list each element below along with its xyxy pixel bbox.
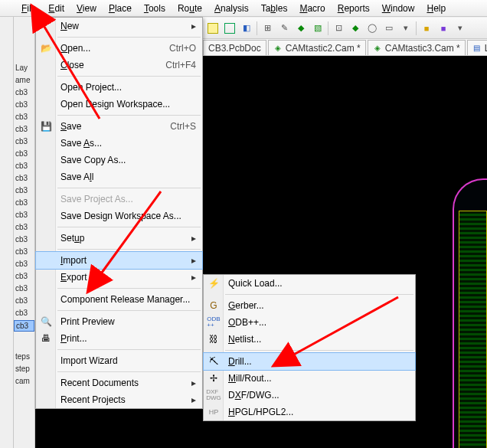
menu-netlist[interactable]: ⛓ Netlist... bbox=[204, 331, 415, 348]
menu-print-preview[interactable]: 🔍 Print Preview bbox=[36, 313, 202, 330]
left-gutter bbox=[0, 17, 14, 448]
menu-help[interactable]: Help bbox=[420, 2, 452, 15]
list-item[interactable]: cb3 bbox=[14, 234, 34, 244]
menu-new[interactable]: New▸ bbox=[36, 18, 202, 34]
menu-save-all[interactable]: Save All bbox=[36, 168, 202, 185]
list-item[interactable]: cb3 bbox=[14, 173, 34, 183]
open-folder-icon: 📂 bbox=[39, 41, 53, 55]
shortcut: Ctrl+F4 bbox=[165, 60, 196, 70]
list-item[interactable]: cb3 bbox=[14, 149, 34, 159]
menu-save-as[interactable]: Save As... bbox=[36, 135, 202, 152]
menu-tools[interactable]: Tools bbox=[138, 2, 172, 15]
list-item[interactable]: teps bbox=[14, 352, 34, 361]
menu-hpgl[interactable]: HP HPGL/HPGL2... bbox=[204, 404, 415, 420]
toolbar-icon[interactable]: ◧ bbox=[240, 21, 253, 35]
print-preview-icon: 🔍 bbox=[39, 315, 53, 329]
menu-open-project[interactable]: Open Project... bbox=[36, 79, 202, 96]
tab-cam2[interactable]: ◈ CAMtastic2.Cam * bbox=[268, 40, 366, 55]
list-item[interactable]: cb3 bbox=[14, 259, 34, 269]
toolbar-icon[interactable]: ⊡ bbox=[332, 21, 345, 35]
toolbar-icon[interactable]: ◯ bbox=[365, 21, 379, 35]
list-item-selected[interactable]: cb3 bbox=[14, 320, 34, 332]
list-item[interactable]: cb3 bbox=[14, 161, 34, 171]
menu-window[interactable]: Window bbox=[376, 2, 421, 15]
menu-recent-documents[interactable]: Recent Documents▸ bbox=[36, 374, 202, 391]
toolbar-icon[interactable]: ■ bbox=[420, 21, 433, 35]
menu-save-project-as: Save Project As... bbox=[36, 191, 202, 208]
menu-save[interactable]: 💾 Save Ctrl+S bbox=[36, 118, 202, 135]
list-item[interactable]: cb3 bbox=[14, 247, 34, 257]
menu-import[interactable]: Import▸ bbox=[36, 252, 202, 269]
menu-drill[interactable]: ⛏ Drill... bbox=[204, 353, 415, 370]
toolbar-icon[interactable]: ▭ bbox=[382, 21, 396, 35]
toolbar-icon[interactable]: ■ bbox=[436, 21, 450, 35]
list-item[interactable]: cb3 bbox=[14, 271, 34, 281]
menu-millrout[interactable]: ✢ Mill/Rout... bbox=[204, 370, 415, 387]
doc-icon: ▤ bbox=[472, 44, 482, 53]
shortcut: Ctrl+O bbox=[169, 43, 196, 54]
list-item[interactable]: Lay bbox=[14, 63, 34, 73]
list-item[interactable]: cam bbox=[14, 376, 34, 386]
submenu-arrow-icon: ▸ bbox=[191, 272, 196, 283]
menu-macro[interactable]: Macro bbox=[293, 2, 331, 15]
menu-analysis[interactable]: Analysis bbox=[208, 2, 255, 15]
list-item[interactable]: cb3 bbox=[14, 124, 34, 134]
menu-import-wizard[interactable]: Import Wizard bbox=[36, 352, 202, 369]
menu-print[interactable]: 🖶 Print... bbox=[36, 330, 202, 347]
toolbar-icon[interactable]: ◆ bbox=[294, 21, 308, 35]
menu-export[interactable]: Export▸ bbox=[36, 269, 202, 286]
menu-component-release-manager[interactable]: Component Release Manager... bbox=[36, 291, 202, 308]
list-item[interactable]: cb3 bbox=[14, 283, 34, 293]
menu-quick-load[interactable]: ⚡ Quick Load... bbox=[204, 275, 415, 292]
menu-edit[interactable]: Edit bbox=[42, 2, 70, 15]
menu-gerber[interactable]: G Gerber... bbox=[204, 297, 415, 314]
netlist-icon: ⛓ bbox=[207, 332, 221, 346]
toolbar-icon[interactable]: ⊞ bbox=[260, 21, 274, 35]
toolbar-dropdown-icon[interactable]: ▾ bbox=[453, 21, 467, 35]
toolbar-icon[interactable] bbox=[206, 21, 220, 35]
tab-log[interactable]: ▤ Log_201 bbox=[467, 40, 487, 55]
menu-open-workspace[interactable]: Open Design Workspace... bbox=[36, 96, 202, 113]
toolbar-icon[interactable] bbox=[223, 21, 237, 35]
menu-save-workspace-as[interactable]: Save Design Workspace As... bbox=[36, 208, 202, 224]
list-item[interactable]: cb3 bbox=[14, 308, 34, 318]
import-submenu: ⚡ Quick Load... G Gerber... ODB++ ODB++.… bbox=[203, 274, 416, 421]
list-item[interactable]: cb3 bbox=[14, 296, 34, 306]
menu-close[interactable]: Close Ctrl+F4 bbox=[36, 57, 202, 74]
menu-open[interactable]: 📂 Open... Ctrl+O bbox=[36, 40, 202, 57]
list-item[interactable]: cb3 bbox=[14, 185, 34, 195]
menu-view[interactable]: View bbox=[70, 2, 103, 15]
menu-recent-projects[interactable]: Recent Projects▸ bbox=[36, 391, 202, 408]
list-item[interactable]: cb3 bbox=[14, 198, 34, 208]
list-item[interactable]: cb3 bbox=[14, 112, 34, 122]
tab-cam3[interactable]: ◈ CAMtastic3.Cam * bbox=[368, 40, 466, 55]
board-outline bbox=[453, 178, 487, 448]
list-item[interactable]: ame bbox=[14, 75, 34, 85]
list-item[interactable]: cb3 bbox=[14, 222, 34, 232]
menu-reports[interactable]: Reports bbox=[332, 2, 376, 15]
menu-save-copy-as[interactable]: Save Copy As... bbox=[36, 152, 202, 168]
toolbar-icon[interactable]: ◆ bbox=[348, 21, 362, 35]
tab-pcbdoc[interactable]: CB3.PcbDoc bbox=[203, 40, 266, 55]
menu-route[interactable]: Route bbox=[172, 2, 208, 15]
list-item[interactable]: step bbox=[14, 364, 34, 374]
menu-file[interactable]: FFileile bbox=[15, 2, 42, 15]
drill-icon: ⛏ bbox=[207, 355, 221, 368]
toolbar-icon[interactable]: ▧ bbox=[311, 21, 325, 35]
toolbar-dropdown-icon[interactable]: ▾ bbox=[399, 21, 413, 35]
menu-place[interactable]: Place bbox=[103, 2, 138, 15]
file-menu: New▸ 📂 Open... Ctrl+O Close Ctrl+F4 Open… bbox=[35, 17, 203, 409]
toolbar: ◧ ⊞ ✎ ◆ ▧ ⊡ ◆ ◯ ▭ ▾ ■ ■ ▾ bbox=[203, 18, 487, 39]
menu-setup[interactable]: Setup▸ bbox=[36, 230, 202, 247]
list-item[interactable]: cb3 bbox=[14, 210, 34, 220]
list-item[interactable]: cb3 bbox=[14, 100, 34, 110]
menu-dxf[interactable]: DXFDWG DXF/DWG... bbox=[204, 387, 415, 404]
toolbar-icon[interactable]: ✎ bbox=[277, 21, 291, 35]
menu-tables[interactable]: Tables bbox=[255, 2, 294, 15]
document-tabs: CB3.PcbDoc ◈ CAMtastic2.Cam * ◈ CAMtasti… bbox=[203, 39, 487, 56]
list-item[interactable]: cb3 bbox=[14, 136, 34, 146]
printer-icon: 🖶 bbox=[39, 332, 53, 345]
list-item[interactable]: cb3 bbox=[14, 87, 34, 97]
left-panel: Lay ame cb3 cb3 cb3 cb3 cb3 cb3 cb3 cb3 … bbox=[14, 17, 35, 448]
menu-odb[interactable]: ODB++ ODB++... bbox=[204, 314, 415, 331]
